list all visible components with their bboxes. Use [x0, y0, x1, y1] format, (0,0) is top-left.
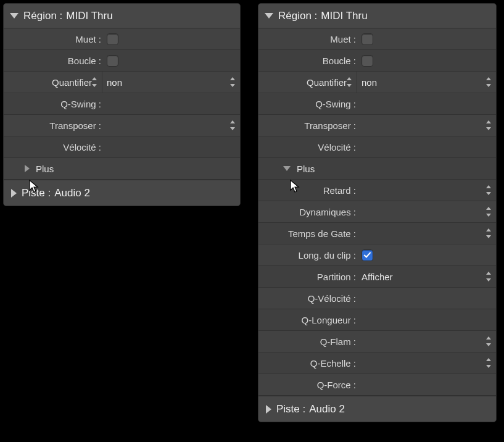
- piste-title: Audio 2: [54, 187, 90, 199]
- updown-icon: [347, 77, 353, 87]
- value-qswing[interactable]: [357, 93, 496, 114]
- value-velocite[interactable]: [102, 136, 240, 157]
- updown-icon: [230, 77, 236, 87]
- disclosure-down-icon: [10, 13, 19, 19]
- label-dynamiques: Dynamiques :: [258, 207, 357, 217]
- value-dynamiques[interactable]: [357, 201, 496, 222]
- disclosure-right-icon: [25, 165, 30, 172]
- updown-icon: [486, 228, 492, 238]
- region-rows: Muet : Boucle : Quantifier non Q-Swing :: [258, 28, 496, 396]
- row-boucle: Boucle :: [258, 50, 496, 72]
- checkbox-muet[interactable]: [107, 33, 118, 45]
- plus-disclosure-collapsed[interactable]: Plus: [4, 158, 240, 180]
- row-quantifier: Quantifier non: [258, 72, 496, 93]
- value-retard[interactable]: [357, 180, 496, 201]
- value-muet[interactable]: [357, 28, 496, 49]
- value-qvelocite[interactable]: [357, 288, 496, 309]
- disclosure-right-icon: [11, 189, 17, 198]
- label-qechelle: Q-Echelle :: [258, 358, 357, 369]
- region-header-prefix: Région :: [278, 10, 317, 22]
- piste-footer[interactable]: Piste : Audio 2: [258, 396, 496, 422]
- value-qlongueur[interactable]: [357, 309, 496, 330]
- label-qswing: Q-Swing :: [4, 99, 102, 109]
- quantifier-value[interactable]: non: [357, 72, 496, 93]
- label-quantifier: Quantifier: [49, 77, 92, 88]
- plus-disclosure-expanded[interactable]: Plus: [258, 158, 496, 180]
- value-partition[interactable]: Afficher: [357, 266, 496, 287]
- row-qechelle: Q-Echelle :: [258, 352, 496, 374]
- updown-icon: [486, 336, 492, 346]
- label-muet: Muet :: [4, 34, 102, 44]
- region-header-prefix: Région :: [23, 10, 62, 22]
- disclosure-right-icon: [266, 405, 271, 414]
- row-retard: Retard :: [258, 180, 496, 201]
- disclosure-down-icon: [283, 166, 291, 171]
- value-qforce[interactable]: [357, 374, 496, 395]
- row-qlongueur: Q-Longueur :: [258, 309, 496, 331]
- row-clip-length: Long. du clip :: [258, 244, 496, 266]
- piste-footer[interactable]: Piste : Audio 2: [4, 180, 240, 206]
- row-boucle: Boucle :: [4, 50, 240, 72]
- quantifier-value-text: non: [361, 77, 377, 88]
- checkbox-clip-length[interactable]: [361, 249, 373, 261]
- updown-icon: [92, 77, 98, 87]
- updown-icon: [486, 207, 492, 217]
- value-velocite[interactable]: [357, 136, 496, 157]
- region-header-title: MIDI Thru: [66, 10, 112, 22]
- label-transposer: Transposer :: [4, 120, 102, 131]
- row-qforce: Q-Force :: [258, 374, 496, 396]
- row-muet: Muet :: [4, 28, 240, 50]
- value-transposer[interactable]: [357, 115, 496, 136]
- row-dynamiques: Dynamiques :: [258, 201, 496, 223]
- row-muet: Muet :: [258, 28, 496, 50]
- disclosure-down-icon: [265, 13, 273, 19]
- row-velocite: Vélocité :: [258, 136, 496, 158]
- region-header[interactable]: Région : MIDI Thru: [4, 4, 240, 28]
- row-qswing: Q-Swing :: [4, 93, 240, 115]
- updown-icon: [486, 77, 492, 87]
- piste-title: Audio 2: [309, 403, 345, 415]
- value-qflam[interactable]: [357, 331, 496, 352]
- value-transposer[interactable]: [102, 115, 240, 136]
- label-partition: Partition :: [258, 272, 357, 282]
- label-gate: Temps de Gate :: [258, 228, 357, 239]
- value-qechelle[interactable]: [357, 352, 496, 373]
- updown-icon: [486, 120, 492, 130]
- label-qflam: Q-Flam :: [258, 336, 357, 347]
- region-header-title: MIDI Thru: [321, 10, 367, 22]
- quantifier-select[interactable]: Quantifier: [49, 72, 102, 93]
- row-qvelocite: Q-Vélocité :: [258, 288, 496, 309]
- row-transposer: Transposer :: [258, 115, 496, 136]
- checkbox-boucle[interactable]: [361, 55, 373, 67]
- value-boucle[interactable]: [102, 50, 240, 71]
- value-gate[interactable]: [357, 223, 496, 244]
- label-transposer: Transposer :: [258, 120, 357, 131]
- region-header[interactable]: Région : MIDI Thru: [258, 4, 496, 28]
- label-quantifier: Quantifier: [304, 77, 347, 88]
- value-qswing[interactable]: [102, 93, 240, 114]
- row-qswing: Q-Swing :: [258, 93, 496, 115]
- value-clip-length[interactable]: [357, 244, 496, 265]
- quantifier-value[interactable]: non: [102, 72, 240, 93]
- value-muet[interactable]: [102, 28, 240, 49]
- label-qforce: Q-Force :: [258, 380, 357, 390]
- plus-label: Plus: [297, 164, 315, 174]
- updown-icon: [486, 185, 492, 195]
- label-boucle: Boucle :: [4, 56, 102, 66]
- piste-prefix: Piste :: [22, 187, 51, 199]
- label-boucle: Boucle :: [258, 56, 357, 66]
- row-quantifier: Quantifier non: [4, 72, 240, 93]
- partition-value-text: Afficher: [361, 272, 393, 282]
- region-inspector-expanded: Région : MIDI Thru Muet : Boucle : Quant…: [258, 3, 497, 422]
- label-velocite: Vélocité :: [4, 142, 102, 152]
- quantifier-value-text: non: [107, 77, 122, 88]
- label-qlongueur: Q-Longueur :: [258, 315, 357, 325]
- quantifier-select[interactable]: Quantifier: [304, 72, 357, 93]
- checkbox-muet[interactable]: [361, 33, 373, 45]
- label-retard: Retard :: [258, 185, 357, 196]
- checkbox-boucle[interactable]: [107, 55, 118, 67]
- value-boucle[interactable]: [357, 50, 496, 71]
- row-qflam: Q-Flam :: [258, 331, 496, 352]
- label-clip-length: Long. du clip :: [258, 250, 357, 261]
- region-rows: Muet : Boucle : Quantifier non Q-Swing :: [4, 28, 240, 180]
